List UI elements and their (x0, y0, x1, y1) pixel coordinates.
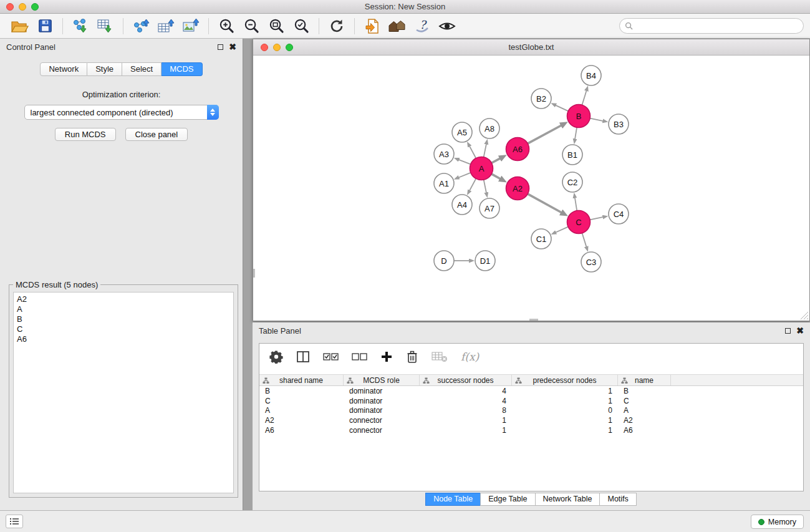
tab-motifs[interactable]: Motifs (599, 493, 636, 506)
edge-A-A5[interactable] (470, 146, 476, 158)
deselect-all-rows-button[interactable] (352, 351, 367, 363)
edge-A2-C[interactable] (528, 194, 561, 213)
node-B2[interactable]: B2 (531, 89, 551, 109)
node-C4[interactable]: C4 (609, 204, 629, 224)
zoom-selected-button[interactable] (289, 16, 314, 36)
node-B[interactable]: B (567, 105, 591, 128)
horizontal-scroll-thumb[interactable] (529, 319, 538, 321)
result-item[interactable]: B (17, 314, 230, 324)
show-columns-button[interactable] (296, 351, 310, 363)
node-C1[interactable]: C1 (531, 229, 551, 249)
edge-B-B2[interactable] (556, 105, 569, 112)
column-header-shared-name[interactable]: shared name (259, 375, 344, 385)
node-A6[interactable]: A6 (506, 138, 529, 161)
vertical-scroll-thumb[interactable] (253, 269, 255, 278)
result-item[interactable]: A2 (17, 294, 230, 304)
search-input[interactable] (636, 21, 798, 31)
table-settings-button[interactable] (269, 350, 283, 364)
node-B1[interactable]: B1 (562, 145, 582, 165)
node-B3[interactable]: B3 (609, 114, 629, 134)
node-A3[interactable]: A3 (434, 144, 454, 164)
edge-C-C2[interactable] (575, 198, 577, 211)
tab-select[interactable]: Select (122, 62, 162, 76)
edge-C-C4[interactable] (590, 217, 603, 220)
delete-row-button[interactable] (406, 350, 418, 364)
table-row[interactable]: A2connector11A2 (259, 415, 803, 425)
add-row-button[interactable] (380, 351, 393, 363)
task-history-button[interactable] (6, 515, 23, 528)
column-header-MCDS-role[interactable]: MCDS role (344, 375, 420, 385)
table-row[interactable]: A6connector11A6 (259, 425, 803, 435)
column-header-predecessor-nodes[interactable]: predecessor nodes (512, 375, 618, 385)
close-window-button[interactable] (6, 3, 14, 11)
import-network-button[interactable] (68, 16, 93, 36)
refresh-button[interactable] (324, 16, 349, 36)
resize-grip-icon[interactable] (800, 311, 809, 320)
node-A7[interactable]: A7 (480, 198, 499, 218)
edge-A-A3[interactable] (458, 160, 470, 164)
tab-mcds[interactable]: MCDS (162, 62, 202, 76)
select-all-rows-button[interactable] (323, 351, 339, 363)
tab-network-table[interactable]: Network Table (535, 493, 600, 506)
function-builder-button[interactable]: f(x) (461, 351, 479, 363)
close-network-button[interactable] (261, 44, 268, 51)
import-table-button[interactable] (93, 16, 118, 36)
node-A1[interactable]: A1 (434, 173, 454, 193)
memory-button[interactable]: Memory (751, 515, 804, 529)
result-item[interactable]: A (17, 304, 230, 314)
network-browser-button[interactable] (385, 16, 410, 36)
table-row[interactable]: Cdominator41C (259, 396, 803, 406)
float-panel-icon[interactable] (218, 44, 223, 50)
export-table-button[interactable] (153, 16, 178, 36)
criterion-dropdown[interactable]: largest connected component (directed) (24, 105, 219, 120)
tab-style[interactable]: Style (87, 62, 122, 76)
node-C3[interactable]: C3 (581, 252, 601, 272)
minimize-window-button[interactable] (19, 3, 26, 11)
table-row[interactable]: Adominator80A (259, 406, 803, 416)
mcds-result-list[interactable]: A2ABCA6 (13, 292, 234, 493)
table-row[interactable]: Bdominator41B (259, 386, 803, 396)
export-image-button[interactable] (178, 16, 203, 36)
edge-A-A7[interactable] (484, 180, 486, 193)
column-header-successor-nodes[interactable]: successor nodes (420, 375, 512, 385)
zoom-network-button[interactable] (286, 44, 293, 51)
edge-A-A1[interactable] (458, 173, 471, 178)
edge-C-C3[interactable] (582, 233, 587, 247)
tab-edge-table[interactable]: Edge Table (480, 493, 535, 506)
show-hide-panel-button[interactable] (435, 16, 460, 36)
edge-C-C1[interactable] (556, 227, 568, 233)
zoom-fit-button[interactable] (264, 16, 289, 36)
edge-B-B4[interactable] (582, 90, 586, 105)
edge-A6-B[interactable] (528, 125, 561, 143)
edge-A-A4[interactable] (470, 178, 476, 191)
help-button[interactable]: ? (410, 16, 435, 36)
zoom-out-button[interactable] (239, 16, 264, 36)
node-C2[interactable]: C2 (562, 172, 582, 192)
edge-B-B3[interactable] (590, 118, 603, 121)
close-panel-button[interactable]: Close panel (125, 128, 188, 141)
edge-A-A6[interactable] (491, 158, 500, 163)
node-A4[interactable]: A4 (452, 195, 472, 215)
node-D1[interactable]: D1 (475, 251, 495, 271)
delete-table-button[interactable] (432, 351, 448, 363)
save-session-button[interactable] (32, 16, 57, 36)
tab-network[interactable]: Network (40, 62, 87, 76)
open-folder-button[interactable] (7, 16, 32, 36)
network-canvas[interactable]: B4B2BB3A5A8A6B1A3AC2A1A2A4A7C4CC1C3DD1 (253, 56, 809, 321)
edge-A-A8[interactable] (484, 143, 486, 157)
run-mcds-button[interactable]: Run MCDS (55, 128, 116, 141)
search-box[interactable] (619, 18, 804, 34)
node-A[interactable]: A (470, 157, 493, 180)
result-item[interactable]: C (17, 324, 230, 334)
edge-A-A2[interactable] (491, 174, 500, 179)
node-B4[interactable]: B4 (581, 65, 601, 85)
minimize-network-button[interactable] (273, 44, 281, 51)
close-table-panel-icon[interactable]: ✖ (796, 327, 804, 334)
edge-B-B1[interactable] (575, 127, 577, 139)
result-item[interactable]: A6 (17, 334, 230, 344)
node-C[interactable]: C (567, 211, 591, 234)
float-table-panel-icon[interactable] (785, 328, 791, 334)
column-header-name[interactable]: name (618, 375, 671, 385)
close-panel-icon[interactable]: ✖ (229, 44, 236, 50)
zoom-in-button[interactable] (214, 16, 239, 36)
